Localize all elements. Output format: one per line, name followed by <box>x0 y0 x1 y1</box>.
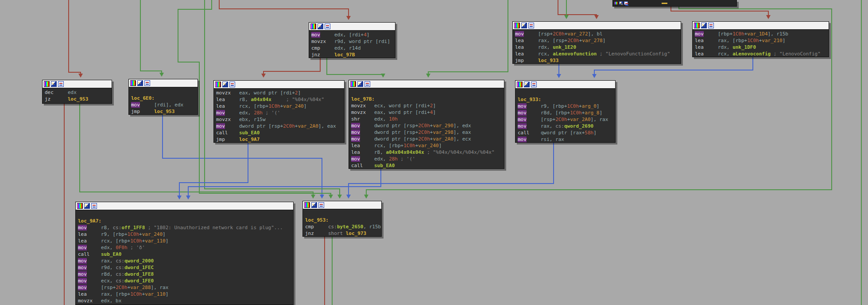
basic-block-dec-jz[interactable]: decedxjzloc_953 <box>42 80 112 104</box>
asm-line[interactable]: movzxeax, word ptr [rdi+4] <box>349 109 504 116</box>
edit-comment-icon[interactable] <box>318 23 323 29</box>
token-op[interactable]: r8, <box>374 149 386 155</box>
token-var[interactable]: var_2A0 <box>570 117 590 122</box>
asm-line[interactable]: cmpcs:byte_2650, r15b <box>303 223 381 230</box>
mnemonic[interactable]: mov <box>351 136 374 142</box>
token-op[interactable]: r8d, [rbp+ <box>541 110 570 116</box>
token-num[interactable]: 2C0h <box>116 285 128 290</box>
mnemonic[interactable]: call <box>216 129 239 136</box>
token-op[interactable]: ] <box>597 103 600 109</box>
token-name[interactable]: dword_1FE0 <box>124 278 154 284</box>
token-op[interactable]: dword ptr [rsp+ <box>374 123 418 129</box>
token-op[interactable]: edx, <box>374 116 389 122</box>
asm-label-line[interactable]: loc_953: <box>303 217 381 223</box>
mnemonic[interactable]: movzx <box>311 38 334 45</box>
mnemonic[interactable]: lea <box>695 44 718 51</box>
asm-line[interactable]: movrax, cs:qword_2690 <box>515 123 615 129</box>
mnemonic[interactable]: dec <box>45 89 68 96</box>
mnemonic[interactable]: mov <box>695 31 718 37</box>
node-color-icon[interactable] <box>614 1 618 5</box>
token-loc[interactable]: loc_933 <box>538 58 558 63</box>
token-name[interactable]: qword_2690 <box>564 123 593 129</box>
block-header[interactable] <box>513 22 681 30</box>
token-op[interactable]: edx <box>68 90 77 95</box>
token-name[interactable]: aLenovoconfig <box>732 51 771 57</box>
edit-comment-icon[interactable] <box>137 80 143 86</box>
mnemonic[interactable]: lea <box>78 238 101 244</box>
asm-line[interactable]: movr8, cs:off_1FF8 ; "1802: Unauthorized… <box>76 224 293 231</box>
token-var[interactable]: arg_8 <box>585 110 599 116</box>
edit-comment-icon[interactable] <box>521 23 527 28</box>
node-color-icon[interactable] <box>130 80 136 86</box>
token-num[interactable]: 10h <box>389 116 398 122</box>
asm-line[interactable]: leardx, unk_1DF0 <box>693 44 829 51</box>
token-kw[interactable]: cs: <box>113 225 122 231</box>
token-cmt[interactable]: ; "%04x/%04x" <box>271 97 324 102</box>
asm-line[interactable]: movzxecx, word ptr [rdi+2] <box>349 102 504 109</box>
asm-line[interactable]: mov[rsp+2C0h+var_288], rax <box>76 284 293 291</box>
block-header[interactable] <box>129 79 198 87</box>
token-op[interactable]: rdx, <box>718 44 732 50</box>
token-op[interactable]: [rsp+ <box>538 31 553 37</box>
disassembly-graph-canvas[interactable]: movedx, [rdi+4]movzxr9d, word ptr [rdi]c… <box>0 0 868 305</box>
token-loc[interactable]: loc_973 <box>346 231 366 236</box>
token-cmt[interactable]: ; '(' <box>398 156 415 162</box>
mnemonic[interactable]: movzx <box>216 116 239 123</box>
node-color-icon[interactable] <box>694 23 700 28</box>
token-op[interactable]: ] <box>166 291 169 297</box>
asm-line[interactable]: jzloc_953 <box>43 96 112 102</box>
group-node-icon[interactable] <box>531 82 537 87</box>
asm-line[interactable]: callsub_EA0 <box>349 162 504 169</box>
mnemonic[interactable]: mov <box>351 156 374 162</box>
token-op[interactable]: ] <box>599 110 602 116</box>
asm-line[interactable]: jmploc_9A7 <box>214 136 344 143</box>
token-op[interactable]: rax, [rbp+ <box>718 38 747 43</box>
token-kw[interactable]: short <box>328 231 346 236</box>
token-num[interactable]: 1C0h <box>570 110 582 116</box>
group-node-icon[interactable] <box>364 81 370 87</box>
basic-block-loc_9A7[interactable]: loc_9A7:movr8, cs:off_1FF8 ; "1802: Unau… <box>75 202 294 305</box>
node-color-icon[interactable] <box>514 23 520 28</box>
asm-line[interactable]: learcx, [rbp+1C0h+var_110] <box>76 238 293 244</box>
mnemonic[interactable]: call <box>78 251 101 258</box>
token-var[interactable]: var_240 <box>142 231 163 237</box>
asm-line[interactable]: jnzshort loc_973 <box>303 230 381 237</box>
token-cmt[interactable]: ; "LenovoConfig" <box>771 51 821 57</box>
block-header[interactable] <box>43 80 112 88</box>
asm-line[interactable]: movecx, cs:dword_1FE0 <box>76 278 293 284</box>
node-color-icon[interactable] <box>44 81 50 87</box>
token-var[interactable]: var_288 <box>130 285 151 290</box>
block-header[interactable] <box>349 80 504 88</box>
token-op[interactable]: ] <box>367 32 370 38</box>
token-op[interactable]: rcx, [rbp+ <box>239 103 268 109</box>
asm-line[interactable]: lear8, a04x04x ; "%04x/%04x" <box>214 96 344 103</box>
asm-line[interactable]: learcx, aLenovoconfig ; "LenovoConfig" <box>693 51 829 57</box>
token-cmt[interactable]: ; 'ð' <box>128 245 145 250</box>
token-num[interactable]: 1C0h <box>747 38 759 43</box>
token-op[interactable]: ], rax <box>151 285 169 290</box>
asm-line[interactable]: mov[rsp+2C0h+var_272], bl <box>513 31 681 37</box>
mnemonic[interactable]: lea <box>78 231 101 238</box>
asm-line[interactable]: cmpedx, r14d <box>309 45 395 51</box>
token-name[interactable]: qword_2000 <box>124 258 154 264</box>
mnemonic[interactable]: mov <box>518 123 541 129</box>
mnemonic[interactable]: mov <box>311 31 334 38</box>
token-op[interactable]: [rbp+ <box>718 31 732 37</box>
block-header[interactable] <box>693 22 829 30</box>
asm-line[interactable]: lear8, a04x04x04x04x ; "%04x/%04x/%04x/%… <box>349 149 504 156</box>
token-num[interactable]: 2C0h <box>418 129 430 135</box>
token-op[interactable]: eax, word ptr [rdi+ <box>239 90 295 96</box>
asm-line[interactable]: movdword ptr [rsp+2C0h+var_298], eax <box>349 129 504 136</box>
token-num[interactable]: 2C0h <box>283 123 295 129</box>
mnemonic[interactable]: movzx <box>216 90 239 96</box>
asm-line[interactable]: callsub_EA0 <box>76 251 293 258</box>
token-op[interactable]: ebx, r15w <box>239 117 266 122</box>
mnemonic[interactable]: lea <box>216 96 239 103</box>
asm-line[interactable]: callqword ptr [rax+58h] <box>515 129 615 136</box>
token-op[interactable]: ] <box>593 130 597 136</box>
token-name[interactable]: sub_EA0 <box>101 251 121 257</box>
token-op[interactable]: dword ptr [rsp+ <box>239 123 283 129</box>
asm-label-line[interactable]: loc_97B: <box>349 96 504 102</box>
token-var[interactable]: var_2A0 <box>433 136 453 142</box>
token-var[interactable]: arg_0 <box>582 103 597 109</box>
